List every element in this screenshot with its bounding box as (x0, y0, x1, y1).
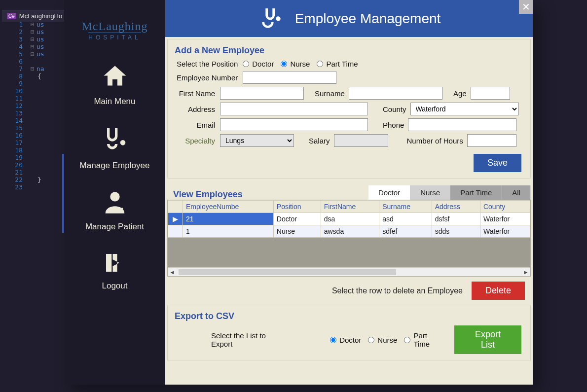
export-select-label: Select the List to Export (211, 331, 285, 348)
salary-input[interactable] (334, 134, 388, 147)
stethoscope-icon (257, 5, 285, 33)
employee-grid[interactable]: EmployeeNumbePositionFirstNameSurnameAdd… (167, 200, 531, 277)
scroll-right-icon[interactable]: ► (521, 269, 530, 275)
scroll-thumb[interactable] (179, 269, 396, 275)
nav-main-menu[interactable]: Main Menu (64, 53, 165, 115)
brand-sub: HOSPITAL (88, 33, 141, 41)
nav-logout-label: Logout (102, 281, 128, 290)
nav-main-menu-label: Main Menu (94, 97, 135, 106)
hours-label: Number of Hours (407, 137, 463, 145)
first-name-label: First Name (177, 89, 216, 98)
titlebar: Employee Management ✕ (165, 0, 533, 37)
nav-logout[interactable]: Logout (64, 241, 165, 300)
tab-nurse[interactable]: Nurse (410, 185, 450, 200)
brand-logo: McLaughing HOSPITAL (82, 20, 148, 41)
export-nurse[interactable]: Nurse (368, 336, 397, 344)
phone-input[interactable] (408, 118, 516, 131)
page-title: Employee Management (295, 11, 441, 27)
table-row[interactable]: 1NurseawsdasdfefsddsWaterfor (168, 225, 530, 238)
export-radio-group: Doctor Nurse Part Time (330, 331, 439, 348)
scroll-left-icon[interactable]: ◄ (168, 269, 177, 275)
save-button[interactable]: Save (474, 154, 521, 172)
surname-label: Surname (315, 89, 345, 98)
ide-gutter: 1⊟us2⊟us3⊟us4⊟us5⊟us67⊟na8{9101112131415… (0, 21, 64, 191)
position-doctor[interactable]: Doctor (243, 60, 274, 68)
age-label: Age (453, 89, 467, 98)
tab-part-time[interactable]: Part Time (450, 185, 502, 200)
county-label: County (383, 105, 406, 113)
nav-manage-patient[interactable]: Manage Patient (64, 179, 165, 241)
salary-label: Salary (309, 137, 330, 145)
county-select[interactable]: Waterford (410, 103, 519, 115)
surname-input[interactable] (349, 87, 442, 100)
view-heading: View Employees (167, 189, 243, 200)
sidebar: McLaughing HOSPITAL Main Menu Manage Emp… (64, 0, 165, 385)
svg-point-0 (110, 192, 119, 201)
nav-manage-patient-label: Manage Patient (85, 222, 144, 231)
hours-input (467, 134, 516, 147)
email-input[interactable] (220, 118, 368, 131)
home-icon (98, 62, 132, 92)
specialty-label: Specialty (177, 137, 216, 145)
address-input[interactable] (220, 103, 368, 115)
add-employee-panel: Add a New Employee Select the Position D… (167, 39, 531, 178)
close-button[interactable]: ✕ (519, 0, 533, 14)
export-part-time[interactable]: Part Time (404, 331, 439, 348)
nav-manage-employee-label: Manage Employee (80, 161, 150, 170)
position-part-time[interactable]: Part Time (317, 60, 358, 68)
app-window: McLaughing HOSPITAL Main Menu Manage Emp… (64, 0, 533, 385)
age-input[interactable] (471, 87, 510, 100)
export-button[interactable]: Export List (454, 325, 521, 354)
emp-no-input[interactable] (243, 71, 336, 84)
view-tabs: Doctor Nurse Part Time All (368, 185, 531, 200)
add-heading: Add a New Employee (175, 45, 523, 56)
export-doctor[interactable]: Doctor (330, 336, 361, 344)
first-name-input[interactable] (220, 87, 304, 100)
export-heading: Export to CSV (175, 311, 523, 321)
delete-hint: Select the row to delete an Employee (332, 286, 463, 295)
ide-tab[interactable]: C# McLaughingHo (2, 10, 67, 22)
address-label: Address (177, 105, 216, 113)
export-panel: Export to CSV Select the List to Export … (167, 305, 531, 360)
nav-manage-employee[interactable]: Manage Employee (64, 115, 165, 179)
tab-all[interactable]: All (502, 185, 531, 200)
tab-doctor[interactable]: Doctor (368, 185, 410, 200)
specialty-select[interactable]: Lungs (220, 134, 294, 147)
delete-button[interactable]: Delete (472, 282, 525, 300)
grid-scrollbar[interactable]: ◄ ► (168, 267, 530, 276)
table-row[interactable]: ▶21DoctordsaasddsfsfWaterfor (168, 213, 530, 225)
position-label: Select the Position (177, 60, 239, 68)
brand-name: McLaughing (82, 20, 148, 33)
ide-tab-label: McLaughingHo (19, 12, 62, 20)
position-nurse[interactable]: Nurse (281, 60, 310, 68)
emp-no-label: Employee Number (177, 73, 239, 82)
stethoscope-icon (98, 124, 132, 156)
logout-icon (101, 249, 129, 276)
patient-icon (100, 188, 130, 217)
position-radio-group: Doctor Nurse Part Time (243, 60, 358, 68)
csharp-icon: C# (7, 13, 16, 19)
phone-label: Phone (383, 121, 404, 129)
email-label: Email (177, 121, 216, 129)
